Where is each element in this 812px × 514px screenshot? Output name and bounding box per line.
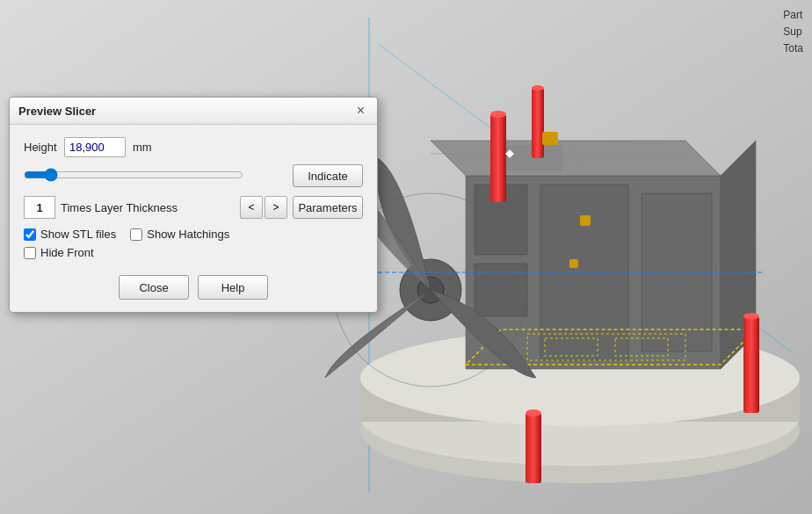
times-layer-label: Times Layer Thickness <box>61 201 235 214</box>
height-row: Height mm <box>24 137 363 157</box>
slider-container <box>24 166 284 186</box>
dialog-titlebar: Preview Slicer × <box>10 98 377 125</box>
hide-front-checkbox-item[interactable]: Hide Front <box>24 246 94 259</box>
svg-point-30 <box>526 409 541 416</box>
preview-slicer-dialog: Preview Slicer × Height mm Indicate 1 Ti… <box>9 97 378 313</box>
svg-rect-29 <box>526 413 541 483</box>
hide-front-row: Hide Front <box>24 246 363 259</box>
height-input[interactable] <box>64 137 126 157</box>
dialog-close-button[interactable]: × <box>353 104 368 118</box>
help-button[interactable]: Help <box>198 275 268 300</box>
info-panel: Part Sup Tota <box>783 7 803 58</box>
hide-front-label: Hide Front <box>40 246 94 259</box>
svg-point-26 <box>532 85 544 90</box>
svg-rect-27 <box>743 316 759 413</box>
close-button[interactable]: Close <box>119 275 189 300</box>
nav-next-button[interactable]: > <box>265 196 287 219</box>
info-line2: Sup <box>783 24 803 40</box>
times-layer-value: 1 <box>24 196 55 219</box>
dialog-title: Preview Slicer <box>18 105 96 118</box>
show-stl-checkbox[interactable] <box>24 228 36 241</box>
info-line3: Tota <box>783 40 803 57</box>
svg-rect-36 <box>580 215 591 226</box>
svg-point-24 <box>490 111 506 118</box>
bottom-buttons: Close Help <box>24 271 363 300</box>
show-hatchings-checkbox-item[interactable]: Show Hatchings <box>130 228 229 241</box>
nav-buttons: < > <box>240 196 287 219</box>
info-line1: Part <box>783 7 803 24</box>
indicate-button[interactable]: Indicate <box>293 164 363 187</box>
show-hatchings-label: Show Hatchings <box>147 228 229 241</box>
thickness-row: 1 Times Layer Thickness < > Parameters <box>24 196 363 219</box>
dialog-body: Height mm Indicate 1 Times Layer Thickne… <box>10 125 377 312</box>
parameters-button[interactable]: Parameters <box>293 196 363 219</box>
show-hatchings-checkbox[interactable] <box>130 228 142 241</box>
svg-rect-12 <box>475 264 527 316</box>
height-slider[interactable] <box>24 166 243 184</box>
nav-prev-button[interactable]: < <box>240 196 263 219</box>
svg-point-28 <box>743 313 759 320</box>
show-stl-checkbox-item[interactable]: Show STL files <box>24 228 116 241</box>
height-unit: mm <box>133 141 152 154</box>
svg-rect-23 <box>490 114 506 202</box>
show-stl-label: Show STL files <box>40 228 116 241</box>
svg-rect-25 <box>532 88 544 158</box>
height-label: Height <box>24 141 57 154</box>
checkbox-row-1: Show STL files Show Hatchings <box>24 228 363 241</box>
hide-front-checkbox[interactable] <box>24 247 36 259</box>
svg-rect-35 <box>542 132 558 145</box>
svg-rect-37 <box>569 259 578 268</box>
